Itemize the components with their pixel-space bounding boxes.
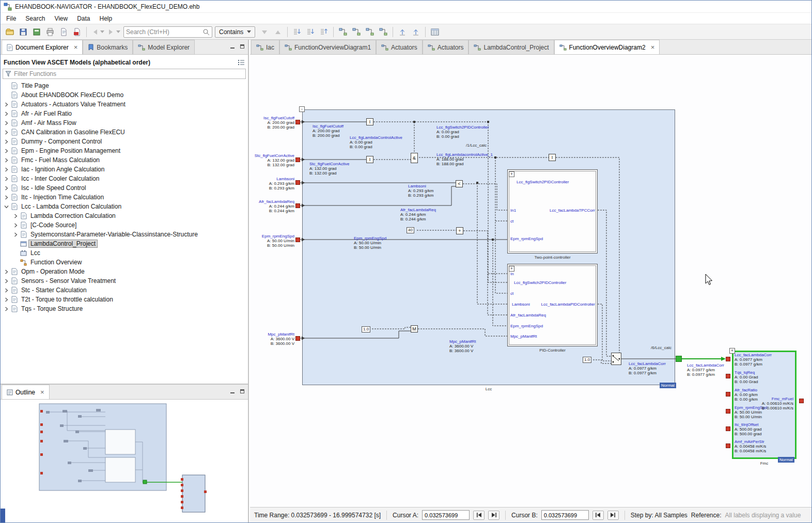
menu-search[interactable]: Search	[21, 13, 50, 24]
open-data-table-button[interactable]	[429, 26, 441, 38]
search-box[interactable]	[123, 26, 212, 38]
open-function-overview-button[interactable]	[350, 26, 363, 38]
close-tab-icon[interactable]: ×	[651, 45, 655, 50]
tree-item-lambda-correction-calculation[interactable]: Lambda Correction Calculation	[1, 211, 248, 220]
search-mode-dropdown[interactable]: Contains	[215, 26, 255, 38]
tab-outline[interactable]: Outline ×	[2, 385, 50, 399]
tree-item-amf-air-mass-flow[interactable]: Amf - Air Mass Flow	[1, 118, 248, 128]
navigate-back-button[interactable]	[90, 26, 105, 38]
tree-item-iac-ignition-angle-calculation[interactable]: Iac - Ignition Angle Calculation	[1, 165, 248, 174]
chevron-collapsed-icon[interactable]	[3, 307, 10, 311]
tree-item-icc-inter-cooler-calculation[interactable]: Icc - Inter Cooler Calculation	[1, 174, 248, 183]
chevron-collapsed-icon[interactable]	[3, 177, 10, 181]
signal-port[interactable]	[726, 409, 730, 414]
chevron-collapsed-icon[interactable]	[3, 195, 10, 200]
operator-block-switch[interactable]	[611, 353, 621, 365]
signal-port[interactable]	[295, 180, 300, 185]
menu-view[interactable]: View	[50, 13, 72, 24]
chevron-collapsed-icon[interactable]	[3, 288, 10, 293]
chevron-collapsed-icon[interactable]	[3, 112, 10, 116]
tree-item-lambdacontrol-project[interactable]: LambdaControl_Project	[1, 239, 248, 248]
maximize-outline-button[interactable]	[240, 389, 245, 394]
chevron-collapsed-icon[interactable]	[12, 232, 19, 237]
editor-tab-functionoverviewdiagram1[interactable]: FunctionOverviewDiagram1	[279, 40, 376, 54]
open-file-button[interactable]	[4, 26, 16, 38]
editor-tab-iac[interactable]: Iac	[251, 40, 279, 54]
chevron-collapsed-icon[interactable]	[3, 149, 10, 153]
outline-minimap[interactable]	[1, 400, 248, 522]
expander-toggle[interactable]: -	[299, 106, 305, 112]
signal-port[interactable]	[295, 237, 300, 242]
tree-item-sensors-sensor-value-treatment[interactable]: Sensors - Sensor Value Treatment	[1, 276, 248, 286]
signal-port[interactable]	[726, 426, 730, 431]
signal-port[interactable]	[295, 157, 300, 162]
show-in-diagram-button[interactable]	[337, 26, 349, 38]
minimize-outline-button[interactable]	[230, 389, 235, 394]
chevron-collapsed-icon[interactable]	[3, 279, 10, 283]
show-instrument-panel-button[interactable]	[377, 26, 389, 38]
chevron-expanded-icon[interactable]	[3, 204, 10, 209]
signal-port[interactable]	[295, 203, 300, 208]
close-tab-icon[interactable]: ×	[40, 390, 44, 395]
tree-item-dummy-component-control[interactable]: Dummy - Component Control	[1, 137, 248, 146]
signal-port[interactable]	[295, 120, 300, 124]
constant-block[interactable]: 1.0	[583, 357, 591, 363]
signal-port[interactable]	[295, 336, 300, 341]
show-model-links-button[interactable]	[364, 26, 376, 38]
signal-port[interactable]	[726, 443, 730, 448]
navigate-forward-button[interactable]	[106, 26, 121, 38]
close-tab-icon[interactable]: ×	[74, 45, 78, 50]
chevron-collapsed-icon[interactable]	[12, 223, 19, 228]
operator-block-i[interactable]: I	[366, 118, 373, 125]
menu-file[interactable]: File	[2, 13, 21, 24]
editor-tab-actuators[interactable]: Actuators	[423, 40, 469, 54]
expand-branch-button[interactable]	[304, 26, 317, 38]
export-document-button[interactable]	[57, 26, 70, 38]
view-menu-icon[interactable]	[238, 59, 245, 66]
tree-item-t2t-torque-to-throttle-calculation[interactable]: T2t - Torque to throttle calculation	[1, 295, 248, 304]
editor-tab-actuators[interactable]: Actuators	[376, 40, 423, 54]
signal-port[interactable]	[726, 357, 730, 361]
cursor-a-input[interactable]	[422, 510, 470, 520]
operator-block-i[interactable]: I	[549, 154, 556, 161]
tree-item-isc-idle-speed-control[interactable]: Isc - Idle Speed Control	[1, 183, 248, 193]
chevron-collapsed-icon[interactable]	[3, 139, 10, 144]
save-button[interactable]	[17, 26, 29, 38]
chevron-collapsed-icon[interactable]	[12, 214, 19, 218]
chevron-collapsed-icon[interactable]	[3, 297, 10, 302]
editor-tab-functionoverviewdiagram2[interactable]: FunctionOverviewDiagram2×	[554, 40, 660, 54]
cursor-b-step-forward-button[interactable]	[607, 511, 619, 520]
cursor-b-input[interactable]	[541, 510, 589, 520]
save-all-button[interactable]	[30, 26, 43, 38]
diagram-canvas[interactable]: Two-point-controllerPID-ControllerLccFmc…	[250, 55, 811, 507]
operator-block-op[interactable]: +	[456, 227, 463, 234]
tab-document-explorer[interactable]: Document Explorer×	[2, 40, 83, 54]
tree-item-about-ehandbook-flexecu-demo[interactable]: About EHANDBOOK FlexECU Demo	[1, 90, 248, 100]
expander-toggle[interactable]: +	[509, 266, 514, 272]
output-port[interactable]	[676, 356, 682, 362]
operator-block-m[interactable]: M	[411, 325, 418, 332]
print-button[interactable]	[44, 26, 56, 38]
tree-item-title-page[interactable]: Title Page	[1, 81, 248, 90]
minimize-panel-button[interactable]	[230, 44, 235, 49]
export-pdf-button[interactable]	[71, 26, 83, 38]
chevron-collapsed-icon[interactable]	[3, 102, 10, 107]
operator-block-i[interactable]: I	[366, 156, 373, 163]
toolbar-search-input[interactable]	[126, 28, 202, 36]
tree-item-epm-engine-position-management[interactable]: Epm - Engine Position Management	[1, 146, 248, 155]
go-to-parent-button[interactable]	[396, 26, 409, 38]
collapse-all-button[interactable]	[318, 26, 330, 38]
tree-item-stc-starter-calculation[interactable]: Stc - Starter Calculation	[1, 286, 248, 295]
chevron-collapsed-icon[interactable]	[3, 130, 10, 135]
tree-item-fmc-fuel-mass-calculation[interactable]: Fmc - Fuel Mass Calculation	[1, 155, 248, 165]
find-next-button[interactable]	[258, 26, 271, 38]
constant-block[interactable]: 1.0	[362, 326, 370, 332]
constant-block[interactable]: 40	[407, 227, 414, 233]
chevron-collapsed-icon[interactable]	[3, 186, 10, 191]
tree-item-can-calibration-in-gasoline-flexecu[interactable]: CAN Calibration in Gasoline FlexECU	[1, 128, 248, 137]
chevron-collapsed-icon[interactable]	[3, 270, 10, 274]
tree-item-lcc[interactable]: Lcc	[1, 248, 248, 258]
tree-item-lcc-lambda-correction-calculation[interactable]: Lcc - Lambda Correction Calculation	[1, 202, 248, 211]
tree-item-tqs-torque-structure[interactable]: Tqs - Torque Structure	[1, 304, 248, 313]
operator-block-op[interactable]: <	[456, 180, 463, 187]
